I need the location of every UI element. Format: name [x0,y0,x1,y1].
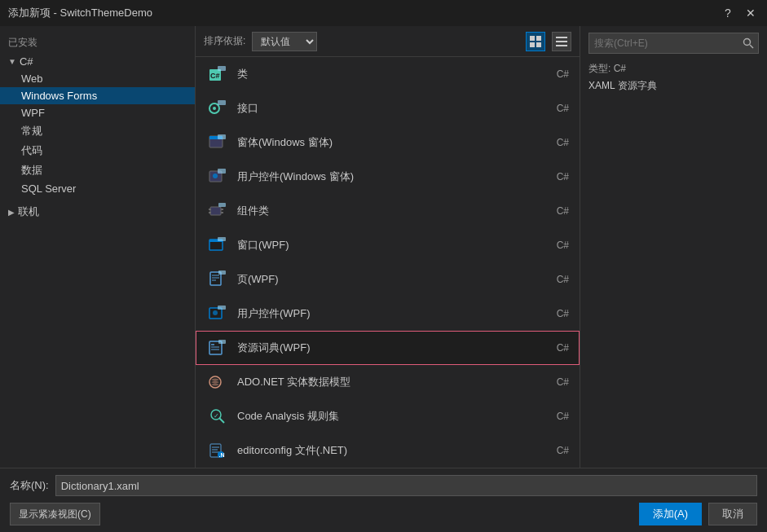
view-grid-button[interactable] [526,32,545,51]
item-row-adonet[interactable]: ADO.NET 实体数据模型 C# [196,365,580,399]
item-lang: C# [549,445,569,456]
svg-text:C#: C# [210,72,220,80]
item-row-codeanalysis[interactable]: ✓ Code Analysis 规则集 C# [196,399,580,433]
show-compact-button[interactable]: 显示紧凑视图(C) [10,503,100,525]
item-name: editorconfig 文件(.NET) [237,443,540,458]
tree-item-label: SQL Server [21,182,76,195]
component-icon [206,200,229,222]
tree-item-data[interactable]: 数据 [0,160,195,180]
window-winforms-icon [206,131,229,154]
tree-item-label: Web [21,73,43,85]
svg-rect-12 [218,100,226,105]
item-row-window-winforms[interactable]: 窗体(Windows 窗体) C# [196,125,580,160]
item-row-window-wpf[interactable]: 窗口(WPF) C# [196,228,580,262]
search-icon[interactable] [738,33,758,53]
svg-rect-6 [556,45,567,46]
expand-arrow: ▶ [8,208,15,217]
item-lang: C# [549,68,569,80]
svg-rect-23 [221,212,223,213]
tree-item-label: 联机 [18,204,39,219]
close-button[interactable]: ✕ [743,5,759,21]
svg-point-17 [213,174,218,178]
svg-rect-40 [218,340,226,344]
item-lang: C# [549,411,569,422]
svg-rect-0 [530,36,535,41]
tree-item-csharp[interactable]: ▼ C# [0,53,195,70]
resourcedict-wpf-icon [206,336,229,359]
item-row-usercontrol-wpf[interactable]: 用户控件(WPF) C# [196,297,580,331]
item-lang: C# [549,376,569,388]
item-name: 窗口(WPF) [237,238,540,253]
svg-rect-9 [218,66,226,71]
tree-item-label: C# [20,55,33,68]
svg-point-57 [744,39,751,46]
item-row-usercontrol-winforms[interactable]: 用户控件(Windows 窗体) C# [196,160,580,194]
svg-rect-22 [221,209,223,210]
item-lang: C# [549,308,569,319]
filter-value-label: XAML 资源字典 [588,79,759,93]
item-lang: C# [549,342,569,354]
middle-panel: 排序依据: 默认值 C# 类 C# [196,26,580,468]
items-list: C# 类 C# 接口 C# 窗体(Windows 窗体) C# [196,57,580,468]
view-list-button[interactable] [552,32,571,51]
tree-item-label: 常规 [21,124,42,138]
name-label: 名称(N): [10,478,49,493]
item-name: 组件类 [237,204,540,218]
class-icon: C# [206,63,229,86]
item-row-editorconfig-net[interactable]: .N editorconfig 文件(.NET) C# [196,433,580,468]
cancel-button[interactable]: 取消 [708,503,757,525]
name-row: 名称(N): [10,475,757,496]
tree-item-web[interactable]: Web [0,70,195,87]
left-panel: 已安装 ▼ C# Web Windows Forms WPF 常规 代码 数据 [0,26,196,468]
item-name: 接口 [237,101,540,116]
tree-item-code[interactable]: 代码 [0,141,195,160]
item-lang: C# [549,137,569,148]
svg-point-11 [213,107,216,110]
svg-rect-3 [536,42,541,47]
page-wpf-icon [206,268,229,291]
button-row: 显示紧凑视图(C) 添加(A) 取消 [10,503,757,525]
item-lang: C# [549,205,569,217]
bottom-bar: 名称(N): 显示紧凑视图(C) 添加(A) 取消 [0,468,767,532]
usercontrol-wpf-icon [206,302,229,325]
svg-rect-2 [530,42,535,47]
svg-rect-15 [218,134,226,139]
tree-item-label: Windows Forms [21,90,97,102]
item-name: 资源词典(WPF) [237,341,540,355]
item-row-component[interactable]: 组件类 C# [196,194,580,228]
svg-line-58 [750,45,753,48]
installed-label: 已安装 [0,33,195,53]
svg-rect-5 [556,41,567,42]
item-name: 用户控件(WPF) [237,306,540,321]
usercontrol-winforms-icon [206,165,229,188]
adonet-icon [206,371,229,394]
item-row-interface[interactable]: 接口 C# [196,91,580,125]
interface-icon [206,97,229,120]
svg-rect-24 [218,203,226,207]
item-row-class[interactable]: C# 类 C# [196,57,580,91]
title-controls: ? ✕ [720,5,759,21]
tree-item-online[interactable]: ▶ 联机 [0,202,195,222]
tree-item-sqlserver[interactable]: SQL Server [0,180,195,197]
svg-rect-21 [209,212,211,213]
svg-rect-19 [210,207,221,215]
tree-item-wpf[interactable]: WPF [0,104,195,121]
help-button[interactable]: ? [720,5,736,21]
name-input[interactable] [55,475,757,496]
search-input[interactable] [589,37,738,49]
codeanalysis-icon: ✓ [206,405,229,428]
tree-item-winforms[interactable]: Windows Forms [0,87,195,104]
svg-rect-27 [218,237,226,241]
item-lang: C# [549,240,569,251]
svg-rect-1 [536,36,541,41]
tree-item-label: 代码 [21,143,42,158]
sort-dropdown[interactable]: 默认值 [252,32,317,51]
add-button[interactable]: 添加(A) [639,503,702,525]
item-name: 页(WPF) [237,272,540,287]
item-row-page-wpf[interactable]: 页(WPF) C# [196,262,580,297]
expand-arrow: ▼ [8,57,16,66]
item-row-resourcedict-wpf[interactable]: 资源词典(WPF) C# [196,331,580,365]
sort-label: 排序依据: [204,34,245,48]
tree-item-regular[interactable]: 常规 [0,121,195,141]
svg-rect-35 [218,306,226,310]
